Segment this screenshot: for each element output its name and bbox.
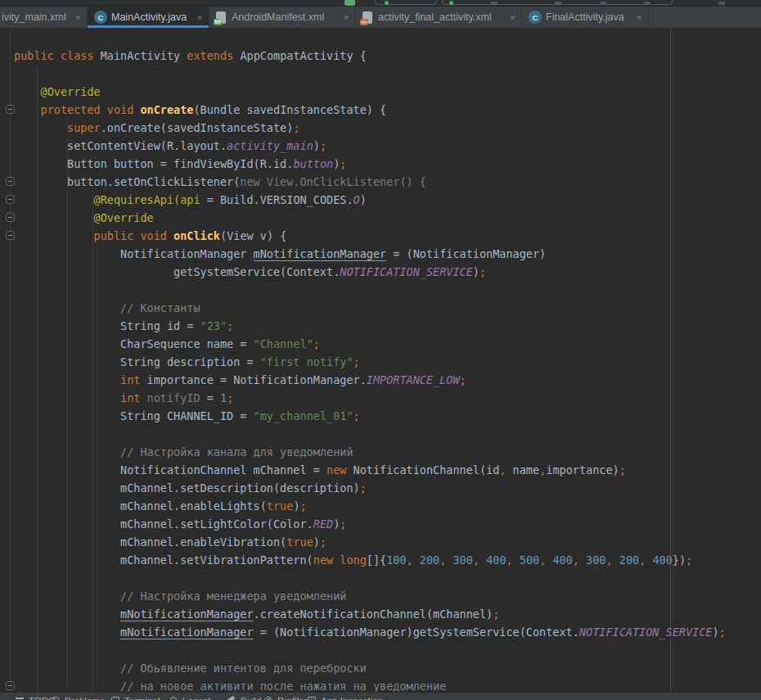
code-line[interactable]: NotificationChannel mChannel = new Notif… <box>14 461 726 479</box>
tool-window-button-logcat[interactable]: Logcat <box>169 696 211 700</box>
code-line[interactable] <box>14 65 726 83</box>
xml-file-icon: </> <box>362 11 372 24</box>
tab-activity-final-acttivity-xml[interactable]: </> activity_final_acttivity.xml × <box>356 7 522 28</box>
tool-window-button-todo[interactable]: TODO <box>15 696 56 700</box>
code-line[interactable] <box>14 641 726 659</box>
close-icon[interactable]: × <box>196 12 203 23</box>
java-class-icon: C <box>94 11 107 24</box>
close-icon[interactable]: × <box>74 12 81 23</box>
code-line[interactable]: CharSequence name = "Channel"; <box>14 335 726 353</box>
code-line[interactable]: mNotificationManager.createNotificationC… <box>14 605 726 623</box>
code-line[interactable]: mChannel.setDescription(description); <box>14 479 726 497</box>
code-line[interactable]: mChannel.enableLights(true); <box>14 497 726 515</box>
code-line[interactable] <box>14 569 726 587</box>
code-line[interactable]: // Обьявление интентов для переброски <box>14 659 726 677</box>
tool-window-label: Problems <box>65 696 105 700</box>
tab-label: activity_final_acttivity.xml <box>378 11 492 23</box>
tool-window-button-build[interactable]: Build <box>227 696 262 700</box>
code-line[interactable]: mChannel.enableVibration(true); <box>14 533 726 551</box>
tab-androidmanifest-xml[interactable]: MF AndroidManifest.xml × <box>209 7 356 28</box>
toolbar-button-partial[interactable] <box>600 2 606 5</box>
todo-icon <box>15 696 25 700</box>
logcat-icon <box>169 696 178 700</box>
code-line[interactable]: public class MainActivity extends AppCom… <box>14 47 726 65</box>
code-line[interactable]: String CHANNEL_ID = "my_channel_01"; <box>14 407 726 425</box>
code-line[interactable]: button.setOnClickListener(new View.OnCli… <box>14 173 726 191</box>
code-line[interactable]: public void onClick(View v) { <box>14 227 726 245</box>
fold-marker-icon[interactable] <box>6 213 15 222</box>
tool-window-button-terminal[interactable]: Terminal <box>110 696 160 700</box>
code-line[interactable]: int importance = NotificationManager.IMP… <box>14 371 726 389</box>
xml-badge: </> <box>360 19 368 25</box>
run-indicator-dot <box>385 1 389 5</box>
code-line[interactable]: int notifyID = 1; <box>14 389 726 407</box>
code-line[interactable]: // Константы <box>14 299 726 317</box>
toolbar-button-partial[interactable] <box>491 2 498 5</box>
code-line[interactable]: @Override <box>14 209 726 227</box>
code-area[interactable]: public class MainActivity extends AppCom… <box>14 47 726 695</box>
code-line[interactable]: setContentView(R.layout.activity_main); <box>14 137 726 155</box>
code-line[interactable]: @RequiresApi(api = Build.VERSION_CODES.O… <box>14 191 726 209</box>
editor-tab-bar: ivity_main.xml × C MainActivity.java × M… <box>0 7 761 28</box>
tab-label: MainActivity.java <box>111 11 187 23</box>
code-line[interactable]: // Настройка менеджера уведомлений <box>14 587 726 605</box>
code-line[interactable] <box>14 281 726 299</box>
run-indicator-dot <box>449 1 453 5</box>
tool-window-label: Terminal <box>124 696 160 700</box>
fold-marker-icon[interactable] <box>6 105 15 114</box>
tab-label: FinalActtivity.java <box>546 11 624 23</box>
code-line[interactable]: getSystemService(Context.NOTIFICATION_SE… <box>14 263 726 281</box>
tab-finalacttivity-java[interactable]: C FinalActtivity.java × <box>522 7 649 28</box>
fold-marker-icon[interactable] <box>6 231 15 240</box>
manifest-badge: MF <box>214 19 223 25</box>
main-toolbar-clipped <box>0 0 761 7</box>
code-line[interactable]: mChannel.setLightColor(Color.RED); <box>14 515 726 533</box>
tab-label: AndroidManifest.xml <box>232 11 324 23</box>
build-icon <box>227 696 236 700</box>
tab-mainactivity-java[interactable]: C MainActivity.java × <box>88 7 209 28</box>
tab-label: ivity_main.xml <box>2 11 66 23</box>
fold-marker-icon[interactable] <box>6 177 15 186</box>
tool-window-button-problems[interactable]: Problems <box>51 696 105 700</box>
code-line[interactable]: Button button = findViewById(R.id.button… <box>14 155 726 173</box>
code-line[interactable]: @Override <box>14 83 726 101</box>
close-icon[interactable]: × <box>636 12 642 23</box>
tool-window-label: Build <box>241 696 262 700</box>
tool-window-button-app-inspection[interactable]: App Inspection <box>307 696 383 700</box>
terminal-icon <box>110 696 120 700</box>
code-editor[interactable]: public class MainActivity extends AppCom… <box>0 28 761 700</box>
code-line[interactable]: super.onCreate(savedInstanceState); <box>14 119 726 137</box>
tool-window-label: App Inspection <box>321 696 383 700</box>
code-line[interactable]: protected void onCreate(Bundle savedInst… <box>14 101 726 119</box>
code-line[interactable] <box>14 425 726 443</box>
code-line[interactable]: String description = "first notify"; <box>14 353 726 371</box>
close-icon[interactable]: × <box>509 12 516 23</box>
code-line[interactable]: String id = "23"; <box>14 317 726 335</box>
code-line[interactable]: NotificationManager mNotificationManager… <box>14 245 726 263</box>
fold-marker-icon[interactable] <box>6 195 15 204</box>
bottom-tool-window-bar: TODOProblemsTerminalLogcatBuildProfilerA… <box>0 692 761 700</box>
fold-marker-icon[interactable] <box>6 681 15 690</box>
problems-icon <box>51 696 61 700</box>
code-line[interactable]: // Настройка канала для уведомлений <box>14 443 726 461</box>
tool-window-label: Profiler <box>277 696 307 700</box>
tool-window-button-profiler[interactable]: Profiler <box>263 696 307 700</box>
profiler-icon <box>263 696 273 700</box>
tab-activity-main-xml[interactable]: ivity_main.xml × <box>0 7 88 28</box>
toolbar-button-partial[interactable] <box>555 2 561 5</box>
manifest-file-icon: MF <box>216 11 226 24</box>
toolbar-button-partial[interactable] <box>644 2 651 5</box>
fold-gutter-line <box>10 28 11 692</box>
tool-window-label: Logcat <box>182 696 211 700</box>
toolbar-button-partial[interactable] <box>718 2 725 5</box>
appinspect-icon <box>307 696 317 700</box>
java-class-icon: C <box>529 11 542 24</box>
run-button-partial[interactable] <box>344 0 355 6</box>
close-icon[interactable]: × <box>343 12 349 23</box>
code-line[interactable]: mChannel.setVibrationPattern(new long[]{… <box>14 551 726 569</box>
code-line[interactable]: mNotificationManager = (NotificationMana… <box>14 623 726 641</box>
